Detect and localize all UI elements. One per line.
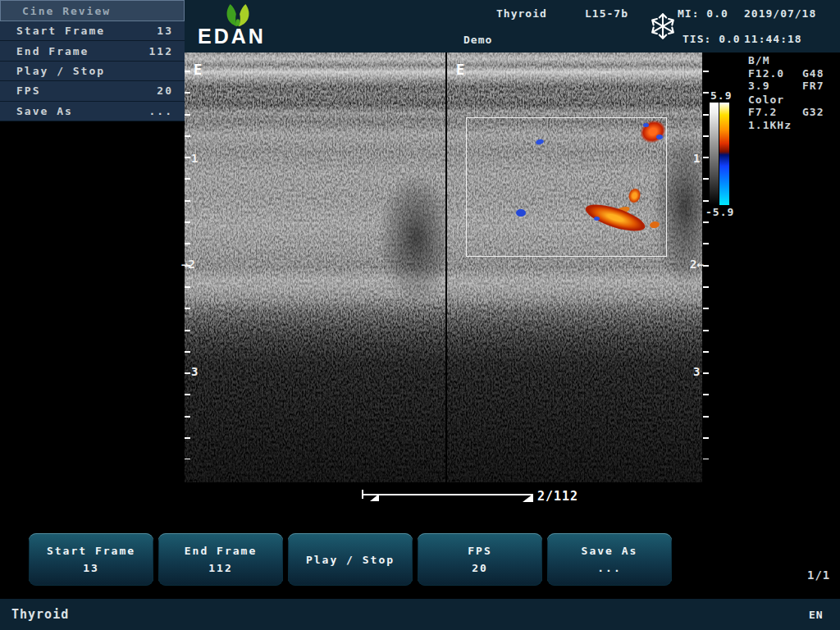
focus-arrow-icon: ← (696, 258, 703, 271)
doppler-flow-blue (643, 123, 649, 127)
softkey-label: Save As (582, 545, 638, 557)
cine-review-menu: Cine Review Start Frame13 End Frame112 P… (0, 0, 185, 121)
left-focus-marker: →2 (181, 258, 195, 271)
brand-wordmark: EDAN (198, 25, 266, 48)
b-mode-frame-rate: FR7 (802, 80, 824, 92)
cine-current-frame-marker[interactable] (370, 494, 379, 501)
softkey-label: FPS (468, 545, 491, 557)
menu-item-value: 112 (149, 45, 173, 57)
softkey-label: Start Frame (47, 545, 135, 557)
depth-label-2: 2 (188, 258, 194, 271)
menu-item-start-frame[interactable]: Start Frame13 (0, 21, 185, 41)
grayscale-bar (710, 103, 719, 205)
snowflake-freeze-icon (648, 11, 678, 41)
depth-label-3: 3 (693, 365, 700, 378)
softkey-value: 20 (472, 562, 488, 574)
menu-item-label: End Frame (16, 45, 89, 57)
b-mode-depth: 3.9 (748, 80, 769, 92)
depth-label-1: 1 (693, 152, 700, 165)
softkey-label: End Frame (185, 545, 257, 557)
menu-title-label: Cine Review (22, 5, 111, 17)
menu-item-play-stop[interactable]: Play / Stop (0, 62, 185, 81)
menu-item-label: FPS (16, 84, 40, 97)
right-focus-marker: 2← (690, 258, 704, 271)
doppler-flow-blue (516, 209, 526, 217)
status-exam-type: Thyroid (11, 607, 69, 622)
status-bar: Thyroid EN (0, 599, 840, 630)
softkey-label: Play / Stop (306, 554, 395, 566)
menu-item-end-frame[interactable]: End Frame112 (0, 41, 185, 61)
probe-model: L15-7b (585, 7, 628, 20)
cine-end-marker[interactable] (523, 494, 533, 502)
cine-position-label: 2/112 (537, 489, 578, 504)
menu-item-fps[interactable]: FPS20 (0, 81, 185, 101)
right-depth-ruler (703, 71, 709, 459)
softkey-page-indicator: 1/1 (807, 568, 830, 582)
date-display: 2019/07/18 (744, 7, 816, 20)
start-frame-button[interactable]: Start Frame13 (29, 533, 153, 586)
b-mode-gain: G48 (802, 67, 824, 80)
patient-name: Demo (463, 34, 492, 46)
menu-item-save-as[interactable]: Save As... (0, 102, 185, 121)
menu-item-label: Save As (16, 105, 73, 117)
menu-item-value: 20 (157, 84, 173, 97)
menu-item-value: ... (149, 105, 173, 117)
b-mode-image: E (185, 52, 445, 482)
menu-item-label: Play / Stop (16, 65, 105, 77)
orientation-marker: E (194, 62, 202, 78)
velocity-scale-min: -5.9 (705, 206, 734, 218)
ultrasound-screen: EDAN Thyroid Demo L15-7b MI: 0.0 TIS: 0.… (0, 0, 840, 630)
play-stop-button[interactable]: Play / Stop (288, 533, 413, 586)
time-display: 11:44:18 (744, 33, 802, 45)
cine-progress-bar[interactable] (363, 494, 533, 495)
b-mode-label: B/M (748, 54, 769, 66)
menu-title: Cine Review (0, 0, 185, 21)
softkey-value: 13 (83, 562, 99, 574)
b-mode-frequency: F12.0 (748, 67, 784, 80)
mi-value: MI: 0.0 (678, 7, 728, 20)
doppler-color-bar (719, 103, 729, 205)
color-mode-label: Color (748, 94, 784, 106)
language-indicator[interactable]: EN (809, 609, 824, 621)
color-frequency: F7.2 (748, 106, 777, 118)
depth-label-3: 3 (191, 365, 198, 378)
doppler-flow-blue (594, 217, 600, 221)
menu-item-value: 13 (157, 25, 173, 37)
menu-item-label: Start Frame (16, 25, 105, 37)
color-prf: 1.1KHz (748, 119, 792, 131)
fps-button[interactable]: FPS20 (418, 533, 542, 586)
color-roi-box[interactable] (466, 117, 667, 257)
color-gain: G32 (802, 106, 824, 118)
depth-label-1: 1 (191, 152, 198, 165)
tis-value: TIS: 0.0 (682, 33, 741, 45)
doppler-flow-blue (656, 135, 663, 139)
softkey-value: ... (597, 562, 621, 574)
softkey-value: 112 (208, 562, 232, 574)
exam-type-label: Thyroid (496, 7, 547, 20)
velocity-scale-max: 5.9 (710, 89, 732, 102)
save-as-button[interactable]: Save As... (547, 533, 672, 586)
end-frame-button[interactable]: End Frame112 (158, 533, 283, 586)
orientation-marker: E (456, 62, 464, 78)
top-info-bar: EDAN Thyroid Demo L15-7b MI: 0.0 TIS: 0.… (185, 0, 840, 52)
